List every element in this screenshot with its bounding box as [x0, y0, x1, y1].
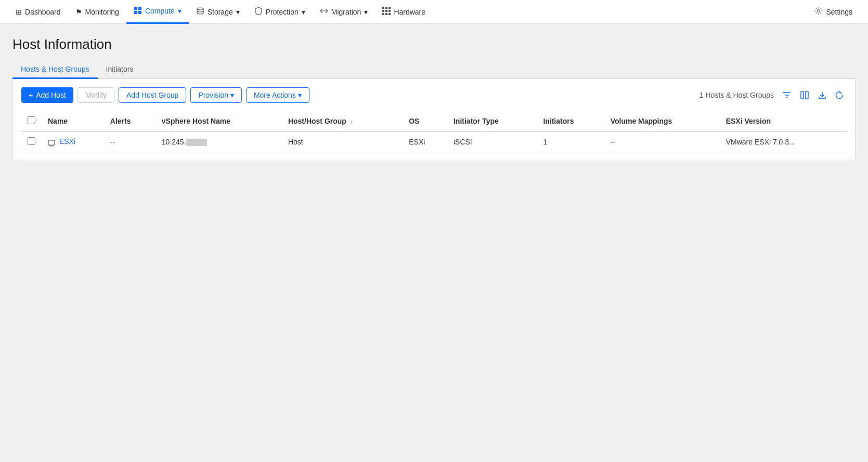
- tabs: Hosts & Host Groups Initiators: [12, 61, 856, 79]
- redacted-ip: [186, 139, 207, 146]
- add-icon: +: [29, 91, 33, 99]
- svg-rect-10: [388, 10, 391, 12]
- cell-os: ESXi: [403, 131, 447, 152]
- export-icon: [818, 90, 827, 100]
- svg-rect-11: [382, 13, 384, 15]
- nav-hardware[interactable]: Hardware: [375, 0, 433, 24]
- data-table: Name Alerts vSphere Host Name Host/Host …: [21, 111, 847, 152]
- row-checkbox-cell: [21, 131, 42, 152]
- page-title: Host Information: [12, 36, 856, 52]
- cell-initiator-type: iSCSI: [447, 131, 537, 152]
- cell-esxi-version: VMware ESXi 7.0.3...: [720, 131, 847, 152]
- tab-hosts-host-groups[interactable]: Hosts & Host Groups: [12, 61, 98, 79]
- nav-protection[interactable]: Protection ▾: [247, 0, 313, 24]
- nav-compute[interactable]: Compute ▾: [126, 0, 189, 24]
- columns-icon: [800, 90, 809, 100]
- cell-vsphere: 10.245.: [156, 131, 282, 152]
- modify-button: Modify: [77, 87, 114, 103]
- toolbar-right: 1 Hosts & Host Groups: [699, 89, 847, 101]
- add-host-button[interactable]: + Add Host: [21, 87, 73, 103]
- svg-rect-3: [138, 11, 141, 14]
- col-volume-mappings[interactable]: Volume Mappings: [604, 111, 720, 131]
- protection-dropdown-icon: ▾: [302, 8, 305, 16]
- cell-volume-mappings: --: [604, 131, 720, 152]
- cell-initiators: 1: [537, 131, 604, 152]
- svg-rect-17: [48, 140, 55, 145]
- nav-migration[interactable]: Migration ▾: [313, 0, 375, 24]
- cell-host-group: Host: [282, 131, 403, 152]
- svg-rect-16: [806, 91, 808, 99]
- more-actions-button[interactable]: More Actions ▾: [246, 87, 309, 103]
- svg-rect-8: [382, 10, 384, 12]
- storage-dropdown-icon: ▾: [236, 8, 240, 16]
- refresh-icon: [835, 90, 845, 100]
- monitoring-icon: ⚑: [75, 8, 82, 16]
- settings-icon: [814, 7, 823, 17]
- col-alerts[interactable]: Alerts: [104, 111, 156, 131]
- tab-initiators[interactable]: Initiators: [98, 61, 142, 79]
- export-button[interactable]: [815, 89, 829, 101]
- table-row: ESXi -- 10.245. Host ESXi iSCSI 1 -- VMw…: [21, 131, 847, 152]
- row-checkbox[interactable]: [28, 137, 35, 145]
- svg-rect-13: [388, 13, 391, 15]
- nav-dashboard[interactable]: ⊞ Dashboard: [8, 0, 68, 24]
- select-all-header: [21, 111, 42, 131]
- toolbar: + Add Host Modify Add Host Group Provisi…: [21, 87, 847, 103]
- svg-rect-0: [134, 7, 137, 10]
- svg-rect-15: [801, 91, 804, 99]
- filter-icon: [782, 90, 792, 100]
- migration-dropdown-icon: ▾: [364, 8, 368, 16]
- compute-dropdown-icon: ▾: [178, 7, 182, 15]
- sort-icon: ↑: [351, 118, 354, 125]
- host-icon: [48, 138, 57, 146]
- protection-icon: [254, 7, 263, 17]
- nav-monitoring[interactable]: ⚑ Monitoring: [68, 0, 126, 24]
- svg-rect-6: [385, 7, 387, 9]
- main-content: Host Information Hosts & Host Groups Ini…: [0, 24, 868, 462]
- col-vsphere[interactable]: vSphere Host Name: [156, 111, 282, 131]
- top-nav: ⊞ Dashboard ⚑ Monitoring Compute ▾ Stora…: [0, 0, 868, 24]
- svg-rect-12: [385, 13, 387, 15]
- host-count: 1 Hosts & Host Groups: [699, 91, 774, 99]
- columns-button[interactable]: [798, 89, 811, 101]
- host-name-link[interactable]: ESXi: [59, 137, 75, 146]
- toolbar-icons: [780, 89, 847, 101]
- svg-point-4: [197, 8, 203, 10]
- svg-point-14: [818, 10, 820, 12]
- compute-icon: [134, 6, 142, 16]
- filter-button[interactable]: [780, 89, 794, 101]
- cell-alerts: --: [104, 131, 156, 152]
- main-panel: + Add Host Modify Add Host Group Provisi…: [12, 79, 856, 161]
- nav-storage[interactable]: Storage ▾: [189, 0, 247, 24]
- refresh-button[interactable]: [833, 89, 847, 101]
- svg-rect-5: [382, 7, 384, 9]
- migration-icon: [320, 7, 328, 17]
- hardware-icon: [382, 7, 391, 17]
- col-initiator-type[interactable]: Initiator Type: [447, 111, 537, 131]
- svg-rect-1: [138, 7, 141, 10]
- col-esxi-version[interactable]: ESXi Version: [720, 111, 847, 131]
- storage-icon: [196, 7, 204, 17]
- col-os[interactable]: OS: [403, 111, 447, 131]
- col-initiators[interactable]: Initiators: [537, 111, 604, 131]
- svg-rect-9: [385, 10, 387, 12]
- svg-rect-7: [388, 7, 391, 9]
- add-host-group-button[interactable]: Add Host Group: [119, 87, 186, 103]
- col-name[interactable]: Name: [42, 111, 104, 131]
- provision-button[interactable]: Provision ▾: [190, 87, 241, 103]
- select-all-checkbox[interactable]: [28, 116, 35, 124]
- dashboard-icon: ⊞: [16, 8, 22, 16]
- svg-rect-2: [134, 11, 137, 14]
- nav-settings[interactable]: Settings: [807, 0, 860, 24]
- col-host-group[interactable]: Host/Host Group ↑: [282, 111, 403, 131]
- cell-name: ESXi: [42, 131, 104, 152]
